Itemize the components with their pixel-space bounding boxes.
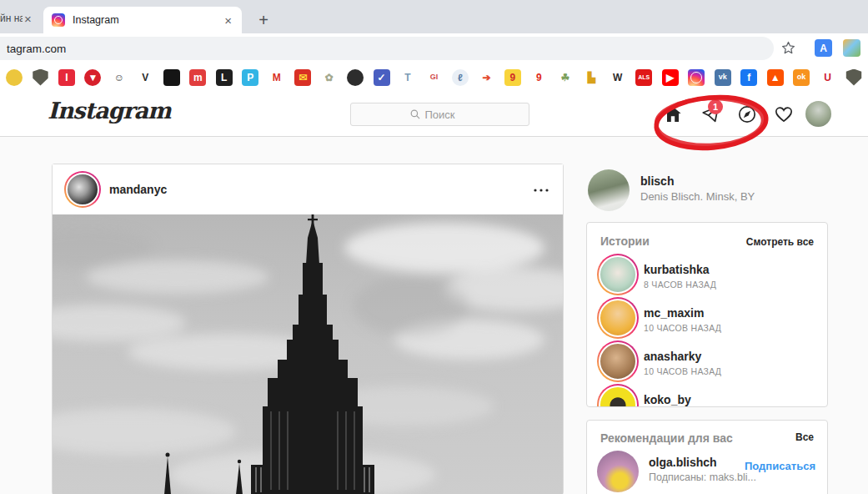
bookmark-gmail-m-icon[interactable]: M: [268, 69, 285, 86]
activity-heart-icon[interactable]: [774, 104, 794, 124]
bookmark-black-square-icon[interactable]: [163, 69, 180, 86]
bookmark-letter-m-red-icon[interactable]: m: [189, 69, 206, 86]
story-username[interactable]: kurbatishka: [644, 263, 710, 276]
bookmark-star-icon[interactable]: [780, 40, 796, 56]
translate-extension-icon[interactable]: A: [815, 39, 832, 57]
story-username[interactable]: anasharky: [644, 350, 701, 363]
recommended-user-subtitle: Подписаны: maks.bli...: [649, 471, 756, 483]
bookmark-blue-check-icon[interactable]: ✓: [374, 69, 390, 86]
url-text: tagram.com: [7, 43, 66, 55]
bookmarks-bar: I▼☺VmLPM✉✿✓TGIℓ➔99☘▙WALS▶vkf▲okU: [0, 63, 868, 92]
bookmark-yellow-dot-icon[interactable]: [6, 69, 23, 86]
sidebar-profile-fullname: Denis Blisch. Minsk, BY: [640, 190, 755, 203]
instagram-logo[interactable]: Instagram: [48, 98, 171, 124]
bookmark-facebook-icon[interactable]: f: [740, 69, 757, 86]
bookmark-dandelion-icon[interactable]: ✿: [321, 69, 338, 86]
story-username[interactable]: mc_maxim: [644, 306, 704, 320]
stories-see-all-link[interactable]: Смотреть все: [746, 236, 814, 248]
bookmark-youtube-icon[interactable]: ▶: [662, 69, 679, 86]
instagram-favicon: [52, 13, 65, 27]
explore-compass-icon[interactable]: [737, 104, 757, 124]
story-row[interactable]: koko_by: [597, 384, 817, 407]
tab-title: Instagram: [73, 14, 223, 26]
stories-card: Истории Смотреть все kurbatishka 8 ЧАСОВ…: [586, 222, 828, 407]
bookmark-shield-2-icon[interactable]: [845, 69, 862, 86]
recommendations-card: Рекомендации для вас Все olga.blishch По…: [586, 420, 828, 494]
story-ring: [597, 384, 639, 407]
story-avatar: [599, 342, 637, 381]
story-avatar: [599, 299, 637, 337]
post-header: mandanyc: [53, 164, 563, 214]
address-bar: tagram.com A: [0, 33, 868, 63]
tab-previous[interactable]: йн на ×: [0, 8, 38, 28]
sidebar-profile-username[interactable]: blisch: [640, 174, 674, 188]
bookmark-shield-icon[interactable]: [32, 69, 48, 86]
tab-strip: йн на × Instagram × +: [0, 0, 868, 33]
story-username[interactable]: koko_by: [644, 393, 691, 406]
profile-avatar[interactable]: [805, 101, 831, 127]
feed-post-card: mandanyc: [52, 164, 564, 494]
bookmark-instagram-icon[interactable]: [688, 69, 705, 86]
bookmark-vk-icon[interactable]: vk: [715, 69, 731, 86]
bookmark-als-red-icon[interactable]: ALS: [635, 69, 652, 86]
bookmark-yellow-nine-icon[interactable]: 9: [504, 69, 521, 86]
bookmark-letter-u-red-icon[interactable]: U: [820, 69, 836, 86]
follow-button[interactable]: Подписаться: [745, 460, 815, 472]
bookmark-odnoklassniki-icon[interactable]: ok: [793, 69, 810, 86]
bookmark-map-pin-nine-icon[interactable]: 9: [530, 69, 547, 86]
bookmark-letter-l-black-icon[interactable]: L: [216, 69, 233, 86]
tab-instagram[interactable]: Instagram ×: [43, 7, 242, 33]
instagram-header: Instagram 1: [0, 92, 868, 137]
extension-icon[interactable]: [843, 39, 860, 57]
post-photo[interactable]: [53, 214, 563, 494]
bookmark-red-down-arrow-icon[interactable]: ▼: [84, 69, 101, 86]
bookmark-speed-arrow-icon[interactable]: ➔: [478, 69, 494, 86]
bookmark-envelope-yandex-icon[interactable]: ✉: [294, 69, 311, 86]
close-icon[interactable]: ×: [223, 14, 233, 27]
search-input[interactable]: [350, 103, 529, 126]
bookmark-bar-chart-icon[interactable]: ▙: [583, 69, 600, 86]
dm-unread-badge: 1: [708, 99, 723, 114]
story-timestamp: 8 ЧАСОВ НАЗАД: [644, 280, 716, 290]
recommended-user-avatar[interactable]: [597, 451, 639, 492]
story-row[interactable]: kurbatishka 8 ЧАСОВ НАЗАД: [597, 254, 817, 297]
story-ring: [597, 297, 639, 339]
bookmark-tram-icon[interactable]: T: [399, 69, 416, 86]
post-username[interactable]: mandanyc: [109, 183, 167, 196]
story-row[interactable]: anasharky 10 ЧАСОВ НАЗАД: [597, 340, 817, 384]
url-bar[interactable]: tagram.com: [0, 37, 774, 60]
bookmark-feather-disc-icon[interactable]: ℓ: [452, 69, 469, 86]
instagram-page: Instagram 1: [0, 92, 868, 494]
tab-title: йн на: [0, 13, 23, 24]
bookmark-panda-face-icon[interactable]: ☺: [111, 69, 128, 86]
story-ring: [597, 254, 639, 295]
close-icon[interactable]: ×: [23, 13, 33, 25]
recommendations-see-all-link[interactable]: Все: [795, 431, 814, 443]
search-box: [350, 103, 529, 126]
recommended-username[interactable]: olga.blishch: [649, 456, 717, 469]
bookmark-strava-icon[interactable]: ▲: [767, 69, 784, 86]
bookmark-dark-disc-icon[interactable]: [347, 69, 364, 86]
bookmark-wikipedia-w-icon[interactable]: W: [610, 69, 626, 86]
bookmark-letter-v-icon[interactable]: V: [137, 69, 153, 86]
home-icon[interactable]: [663, 104, 683, 124]
recommendations-title: Рекомендации для вас: [600, 431, 733, 445]
browser-window: йн на × Instagram × + tagram.com A I▼☺Vm…: [0, 0, 868, 494]
story-avatar: [599, 386, 637, 407]
story-ring: [597, 340, 639, 382]
bookmark-letter-i-red-icon[interactable]: I: [58, 69, 75, 86]
post-options-button[interactable]: [531, 180, 551, 200]
story-avatar: [599, 255, 637, 294]
bookmark-red-letters-gi-icon[interactable]: GI: [426, 69, 443, 86]
new-tab-button[interactable]: +: [251, 8, 276, 33]
story-row[interactable]: mc_maxim 10 ЧАСОВ НАЗАД: [597, 297, 817, 340]
stories-title: Истории: [600, 234, 650, 248]
post-author-avatar: [66, 173, 99, 206]
sidebar-profile-avatar[interactable]: [588, 169, 630, 211]
story-timestamp: 10 ЧАСОВ НАЗАД: [644, 366, 721, 376]
bookmark-herb-magnifier-icon[interactable]: ☘: [557, 69, 574, 86]
story-timestamp: 10 ЧАСОВ НАЗАД: [644, 323, 721, 333]
story-ring[interactable]: [64, 171, 101, 208]
bookmark-letter-p-blue-icon[interactable]: P: [242, 69, 258, 86]
